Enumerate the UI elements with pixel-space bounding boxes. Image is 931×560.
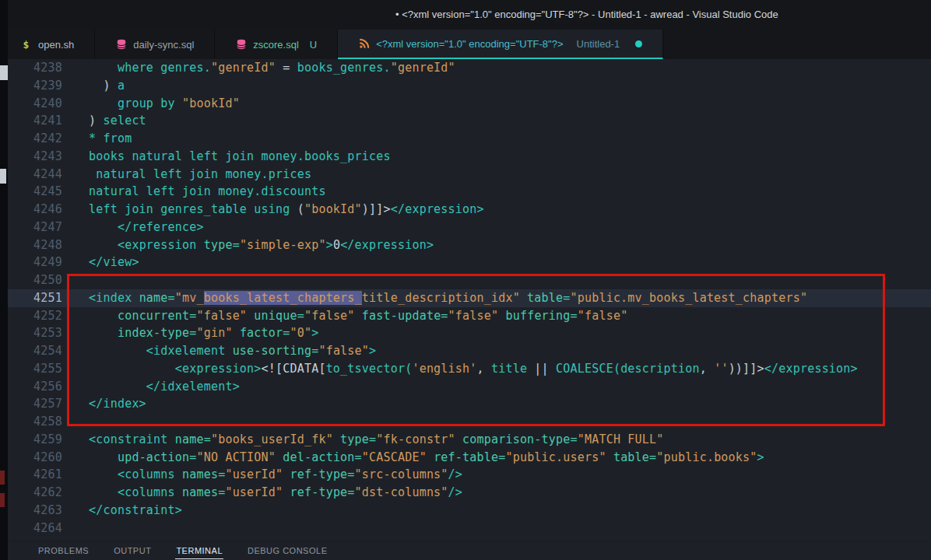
code-line-text: * from — [81, 130, 132, 148]
modified-indicator-dot[interactable] — [635, 40, 642, 47]
code-line-text: </view> — [81, 254, 139, 271]
strip-mark — [0, 169, 6, 184]
code-row[interactable]: 4250 — [0, 271, 931, 289]
git-status-badge: U — [310, 39, 317, 51]
code-row[interactable]: 4253 index-type="gin" factor="0"> — [0, 324, 931, 342]
code-row[interactable]: 4243books natural left join money.books_… — [0, 148, 931, 166]
panel-tab-debug-console[interactable]: DEBUG CONSOLE — [247, 543, 328, 558]
code-line-text: </reference> — [81, 219, 204, 236]
line-number: 4254 — [0, 342, 81, 360]
tab-label: open.sh — [38, 39, 74, 51]
code-line-text — [81, 271, 89, 289]
code-line-text: books natural left join money.books_pric… — [81, 148, 391, 166]
code-row[interactable]: 4255 <expression><![CDATA[to_tsvector('e… — [0, 360, 931, 378]
code-line-text — [81, 520, 89, 537]
window-title: • <?xml version="1.0" encoding="UTF-8"?>… — [395, 9, 778, 20]
code-line-text: concurrent="false" unique="false" fast-u… — [81, 307, 627, 325]
tab-daily-sync-sql[interactable]: daily-sync.sql — [95, 30, 215, 59]
code-row[interactable]: 4258 — [0, 413, 931, 431]
line-number: 4242 — [0, 130, 81, 148]
code-line-text: <constraint name="books_userId_fk" type=… — [81, 431, 664, 449]
code-line-text: <columns names="userId" ref-type="src-co… — [81, 466, 462, 484]
code-row[interactable]: 4252 concurrent="false" unique="false" f… — [0, 307, 931, 325]
code-line-text: ) select — [81, 112, 146, 130]
line-number: 4258 — [0, 413, 81, 431]
code-row[interactable]: 4251<index name="mv_books_latest_chapter… — [0, 289, 931, 307]
panel-tab-output[interactable]: OUTPUT — [113, 543, 152, 558]
tab-label: zscore.sql — [253, 39, 299, 51]
tab-bar: $ open.sh daily-sync.sql zscore.sql U <?… — [0, 30, 931, 59]
code-area: 4238 where genres."genreId" = books_genr… — [0, 59, 931, 537]
line-number: 4238 — [0, 59, 81, 77]
left-edge-strip — [0, 0, 8, 560]
line-number: 4261 — [0, 466, 81, 484]
code-line-text: </index> — [81, 395, 146, 413]
line-number: 4244 — [0, 166, 81, 184]
bottom-panel-tab-bar: PROBLEMS OUTPUT TERMINAL DEBUG CONSOLE — [0, 541, 931, 560]
tab-zscore-sql[interactable]: zscore.sql U — [215, 30, 338, 59]
line-number: 4251 — [0, 289, 81, 307]
tab-label: <?xml version="1.0" encoding="UTF-8"?> — [376, 38, 563, 50]
line-number: 4250 — [0, 271, 81, 289]
code-row[interactable]: 4260 upd-action="NO ACTION" del-action="… — [0, 449, 931, 467]
code-row[interactable]: 4244 natural left join money.prices — [0, 166, 931, 184]
line-number: 4247 — [0, 219, 81, 236]
code-row[interactable]: 4238 where genres."genreId" = books_genr… — [0, 59, 931, 77]
code-row[interactable]: 4240 group by "bookId" — [0, 95, 931, 113]
line-number: 4245 — [0, 183, 81, 201]
code-row[interactable]: 4261 <columns names="userId" ref-type="s… — [0, 466, 931, 484]
line-number: 4246 — [0, 201, 81, 219]
code-line-text: <idxelement use-sorting="false"> — [81, 342, 376, 360]
code-row[interactable]: 4247 </reference> — [0, 219, 931, 236]
line-number: 4243 — [0, 148, 81, 166]
code-row[interactable]: 4254 <idxelement use-sorting="false"> — [0, 342, 931, 360]
code-line-text: </idxelement> — [81, 378, 240, 396]
code-row[interactable]: 4239 ) a — [0, 77, 931, 95]
title-bar: • <?xml version="1.0" encoding="UTF-8"?>… — [0, 0, 931, 30]
code-row[interactable]: 4263</constraint> — [0, 502, 931, 520]
code-row[interactable]: 4259<constraint name="books_userId_fk" t… — [0, 431, 931, 449]
code-row[interactable]: 4257</index> — [0, 395, 931, 413]
line-number: 4239 — [0, 77, 81, 95]
code-line-text: <expression type="simple-exp">0</express… — [81, 236, 434, 254]
code-line-text: left join genres_table using ("bookId")]… — [81, 201, 484, 219]
line-number: 4249 — [0, 254, 81, 271]
shell-icon: $ — [20, 39, 32, 51]
code-line-text: <expression><![CDATA[to_tsvector('englis… — [81, 360, 858, 378]
line-number: 4252 — [0, 307, 81, 325]
code-row[interactable]: 4249</view> — [0, 254, 931, 271]
panel-tab-terminal[interactable]: TERMINAL — [175, 543, 223, 559]
code-line-text: upd-action="NO ACTION" del-action="CASCA… — [81, 449, 764, 467]
line-number: 4253 — [0, 324, 81, 342]
code-row[interactable]: 4264 — [0, 520, 931, 537]
code-line-text — [81, 413, 89, 431]
code-row[interactable]: 4241) select — [0, 112, 931, 130]
panel-tab-problems[interactable]: PROBLEMS — [37, 543, 90, 558]
line-number: 4255 — [0, 360, 81, 378]
code-line-text: <index name="mv_books_latest_chapters_ti… — [81, 289, 807, 307]
code-line-text: natural left join money.prices — [81, 166, 311, 184]
line-number: 4248 — [0, 236, 81, 254]
code-line-text: group by "bookId" — [81, 95, 240, 113]
code-line-text: </constraint> — [81, 502, 182, 520]
code-editor[interactable]: 4238 where genres."genreId" = books_genr… — [0, 59, 931, 541]
tab-open-sh[interactable]: $ open.sh — [0, 30, 95, 59]
code-row[interactable]: 4256 </idxelement> — [0, 378, 931, 396]
tab-label: daily-sync.sql — [133, 39, 194, 51]
code-row[interactable]: 4262 <columns names="userId" ref-type="d… — [0, 484, 931, 502]
code-row[interactable]: 4245natural left join money.discounts — [0, 183, 931, 201]
tab-secondary-label: Untitled-1 — [577, 38, 620, 50]
tab-xml-untitled-1[interactable]: <?xml version="1.0" encoding="UTF-8"?> U… — [338, 30, 663, 59]
code-row[interactable]: 4242* from — [0, 130, 931, 148]
line-number: 4262 — [0, 484, 81, 502]
code-line-text: natural left join money.discounts — [81, 183, 326, 201]
strip-mark — [0, 65, 8, 80]
code-row[interactable]: 4246left join genres_table using ("bookI… — [0, 201, 931, 219]
line-number: 4240 — [0, 95, 81, 113]
line-number: 4256 — [0, 378, 81, 396]
code-line-text: <columns names="userId" ref-type="dst-co… — [81, 484, 462, 502]
line-number: 4264 — [0, 520, 81, 537]
code-line-text: where genres."genreId" = books_genres."g… — [81, 59, 455, 77]
line-number: 4260 — [0, 449, 81, 467]
code-row[interactable]: 4248 <expression type="simple-exp">0</ex… — [0, 236, 931, 254]
